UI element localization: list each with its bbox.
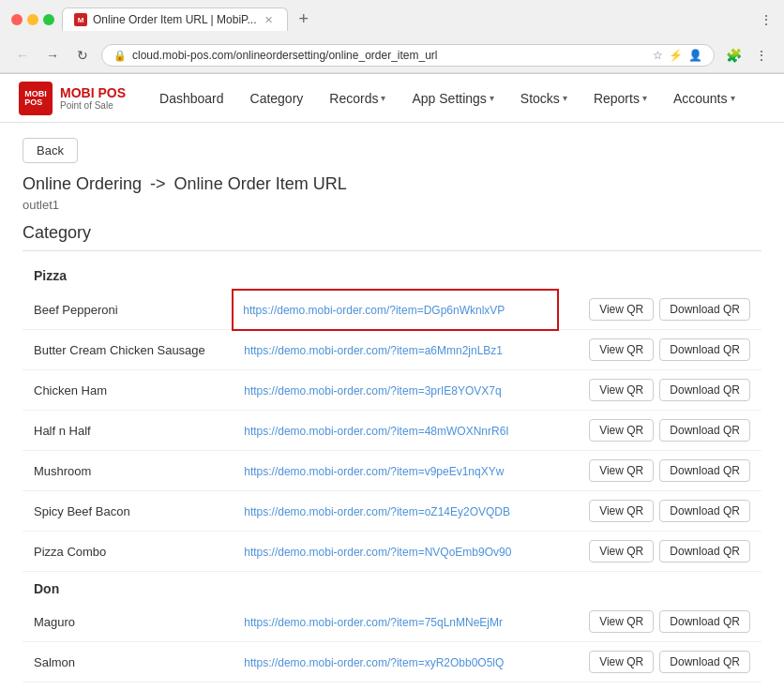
view-qr-button[interactable]: View QR	[589, 379, 654, 401]
action-buttons: View QR Download QR	[569, 338, 750, 361]
item-name: Spicy Beef Bacon	[23, 491, 233, 532]
view-qr-button[interactable]: View QR	[589, 610, 654, 633]
view-qr-button[interactable]: View QR	[589, 338, 654, 361]
nav-reports-label: Reports	[594, 91, 640, 106]
download-qr-button[interactable]: Download QR	[659, 338, 750, 361]
table-row: Pizza Combo https://demo.mobi-order.com/…	[23, 532, 761, 572]
minimize-dot[interactable]	[27, 14, 38, 25]
close-dot[interactable]	[11, 14, 23, 25]
back-nav-button[interactable]: ←	[11, 44, 34, 67]
url-text: cloud.mobi-pos.com/onlineordersetting/on…	[132, 49, 647, 62]
reports-chevron-icon: ▾	[642, 93, 647, 103]
item-name: Butter Cream Chicken Sausage	[23, 330, 233, 370]
url-bar-icons: ☆ ⚡ 👤	[653, 49, 702, 62]
breadcrumb-arrow: ->	[150, 174, 171, 193]
view-qr-button[interactable]: View QR	[589, 298, 654, 321]
nav-dashboard[interactable]: Dashboard	[148, 85, 235, 112]
view-qr-button[interactable]: View QR	[589, 419, 654, 442]
item-url-cell: https://demo.mobi-order.com/?item=omj3Ep…	[233, 682, 558, 691]
view-qr-button[interactable]: View QR	[589, 540, 654, 562]
new-tab-button[interactable]: +	[295, 9, 313, 29]
item-actions-cell: View QR Download QR	[558, 451, 761, 491]
window-controls	[11, 14, 54, 25]
view-qr-button[interactable]: View QR	[589, 459, 654, 482]
item-actions-cell: View QR Download QR	[558, 532, 761, 572]
item-url-cell: https://demo.mobi-order.com/?item=xyR2Ob…	[233, 642, 558, 682]
item-name: Mushroom	[23, 451, 233, 491]
download-qr-button[interactable]: Download QR	[659, 651, 750, 673]
item-actions-cell: View QR Download QR	[558, 290, 761, 330]
item-url-link[interactable]: https://demo.mobi-order.com/?item=v9peEv…	[244, 465, 504, 478]
download-qr-button[interactable]: Download QR	[659, 419, 750, 442]
item-name: Pizza Combo	[23, 532, 233, 572]
category-group-row: Don	[23, 572, 761, 603]
nav-branch[interactable]: Category	[239, 85, 315, 112]
item-url-cell: https://demo.mobi-order.com/?item=DGp6nW…	[233, 290, 558, 330]
nav-app-settings-label: App Settings	[412, 91, 486, 106]
extensions-button[interactable]: 🧩	[722, 44, 745, 67]
table-row: Salmon https://demo.mobi-order.com/?item…	[23, 642, 761, 682]
nav-stocks[interactable]: Stocks ▾	[509, 85, 579, 112]
bookmark-icon[interactable]: ☆	[653, 49, 663, 62]
back-button[interactable]: Back	[23, 138, 78, 163]
download-qr-button[interactable]: Download QR	[659, 540, 750, 562]
nav-records[interactable]: Records ▾	[318, 85, 397, 112]
maximize-dot[interactable]	[43, 14, 54, 25]
nav-accounts-label: Accounts	[673, 91, 728, 106]
app-logo[interactable]: MOBIPOS MOBI POS Point of Sale	[19, 82, 126, 115]
item-url-link[interactable]: https://demo.mobi-order.com/?item=xyR2Ob…	[244, 656, 504, 669]
action-buttons: View QR Download QR	[569, 379, 750, 401]
table-row: Spicy Beef Bacon https://demo.mobi-order…	[23, 491, 761, 532]
item-url-link[interactable]: https://demo.mobi-order.com/?item=DGp6nW…	[243, 304, 505, 317]
outlet-label: outlet1	[23, 198, 761, 212]
action-buttons: View QR Download QR	[569, 610, 750, 633]
item-url-cell: https://demo.mobi-order.com/?item=3prIE8…	[233, 370, 558, 411]
item-actions-cell: View QR Download QR	[558, 682, 761, 691]
browser-extra-icons: 🧩 ⋮	[722, 44, 773, 67]
reload-button[interactable]: ↻	[71, 44, 94, 67]
tab-close-button[interactable]: ✕	[263, 13, 276, 26]
category-group-header: Don	[23, 572, 761, 603]
action-buttons: View QR Download QR	[569, 459, 750, 482]
item-name: Unagi	[23, 682, 233, 691]
extensions-icon[interactable]: ⚡	[669, 49, 683, 62]
download-qr-button[interactable]: Download QR	[659, 379, 750, 401]
item-actions-cell: View QR Download QR	[558, 642, 761, 682]
item-url-link[interactable]: https://demo.mobi-order.com/?item=oZ14Ey…	[244, 505, 510, 518]
nav-accounts[interactable]: Accounts ▾	[662, 85, 746, 112]
nav-reports[interactable]: Reports ▾	[582, 85, 658, 112]
nav-app-settings[interactable]: App Settings ▾	[400, 85, 505, 112]
nav-records-label: Records	[329, 91, 378, 106]
browser-titlebar: M Online Order Item URL | MobiP... ✕ + ⋮	[0, 0, 784, 38]
item-url-cell: https://demo.mobi-order.com/?item=NVQoEm…	[233, 532, 558, 572]
browser-nav-bar: ← → ↻ 🔒 cloud.mobi-pos.com/onlineorderse…	[0, 38, 784, 73]
download-qr-button[interactable]: Download QR	[659, 500, 750, 522]
download-qr-button[interactable]: Download QR	[659, 610, 750, 633]
browser-tab[interactable]: M Online Order Item URL | MobiP... ✕	[62, 8, 288, 31]
logo-name: MOBI POS	[60, 85, 126, 101]
table-row: Unagi https://demo.mobi-order.com/?item=…	[23, 682, 761, 691]
app-navbar: MOBIPOS MOBI POS Point of Sale Dashboard…	[0, 74, 784, 123]
item-url-link[interactable]: https://demo.mobi-order.com/?item=48mWOX…	[244, 425, 508, 438]
browser-menu-button[interactable]: ⋮	[750, 44, 773, 67]
accounts-chevron-icon: ▾	[731, 93, 735, 103]
action-buttons: View QR Download QR	[569, 500, 750, 522]
profile-icon[interactable]: 👤	[688, 49, 702, 62]
action-buttons: View QR Download QR	[570, 298, 750, 321]
browser-chrome: M Online Order Item URL | MobiP... ✕ + ⋮…	[0, 0, 784, 74]
item-url-cell: https://demo.mobi-order.com/?item=a6Mmn2…	[233, 330, 558, 370]
action-buttons: View QR Download QR	[569, 540, 750, 562]
item-actions-cell: View QR Download QR	[558, 491, 761, 532]
browser-menu-icon[interactable]: ⋮	[760, 12, 773, 27]
url-bar[interactable]: 🔒 cloud.mobi-pos.com/onlineordersetting/…	[101, 44, 715, 67]
item-url-link[interactable]: https://demo.mobi-order.com/?item=3prIE8…	[244, 384, 501, 398]
item-url-link[interactable]: https://demo.mobi-order.com/?item=NVQoEm…	[244, 546, 511, 559]
item-url-link[interactable]: https://demo.mobi-order.com/?item=a6Mmn2…	[244, 344, 503, 357]
view-qr-button[interactable]: View QR	[589, 500, 654, 522]
item-url-link[interactable]: https://demo.mobi-order.com/?item=75qLnM…	[244, 616, 503, 629]
item-actions-cell: View QR Download QR	[558, 411, 761, 451]
download-qr-button[interactable]: Download QR	[659, 298, 750, 321]
view-qr-button[interactable]: View QR	[589, 651, 654, 673]
forward-nav-button[interactable]: →	[41, 44, 64, 67]
download-qr-button[interactable]: Download QR	[659, 459, 750, 482]
